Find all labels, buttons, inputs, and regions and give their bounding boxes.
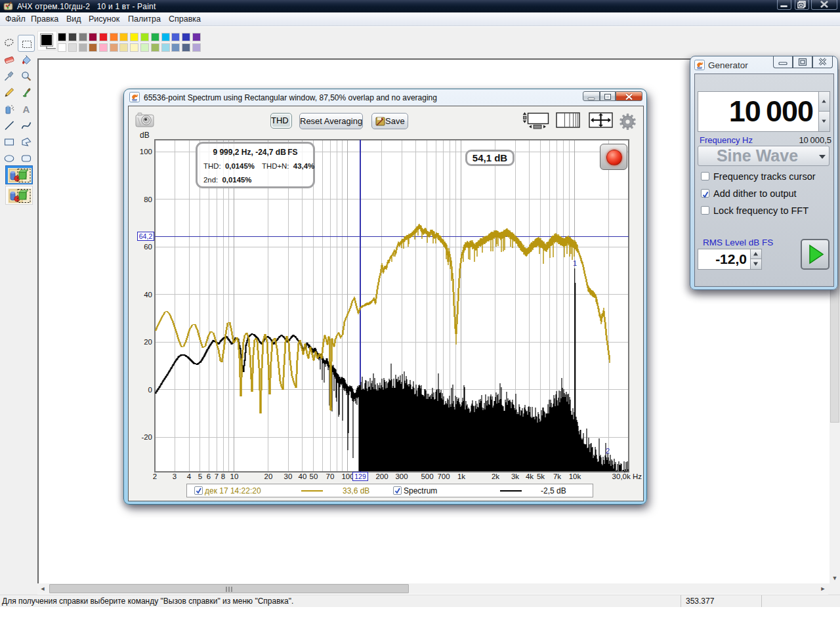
svg-text:A: A — [23, 104, 30, 115]
svg-text:1: 1 — [573, 259, 577, 267]
svg-text:2: 2 — [606, 447, 610, 455]
